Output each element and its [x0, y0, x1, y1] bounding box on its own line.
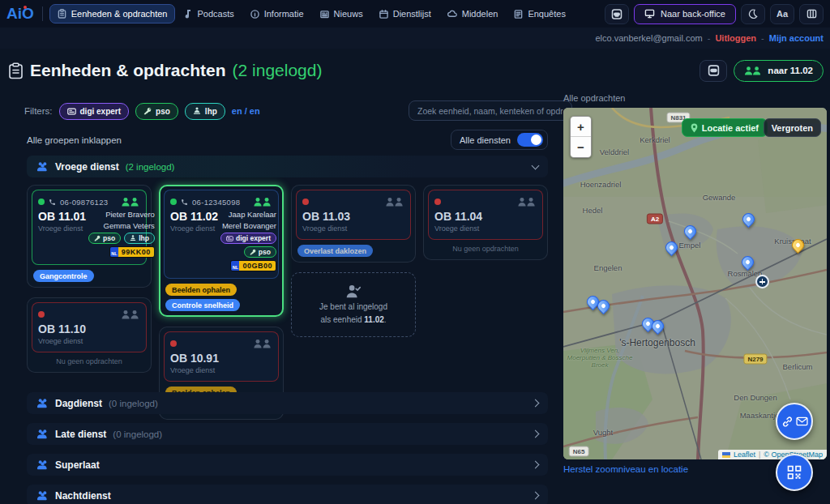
cloud-icon — [447, 10, 457, 18]
search-input[interactable] — [409, 100, 572, 121]
map-attribution: Leaflet | © OpenStreetMap — [718, 450, 827, 459]
qr-code-button[interactable] — [776, 454, 813, 491]
all-services-toggle[interactable] — [517, 133, 543, 147]
layout-columns-button[interactable] — [799, 4, 824, 24]
crew-icon-offline — [121, 310, 140, 320]
chevron-right-icon — [532, 492, 540, 500]
header-actions: naar 11.02 — [700, 60, 824, 82]
clipboard-icon — [8, 62, 24, 79]
nav-label: Informatie — [264, 9, 304, 19]
language-switch[interactable]: en / en — [232, 106, 260, 116]
device-view-button[interactable] — [700, 60, 727, 82]
dark-mode-button[interactable] — [741, 4, 765, 24]
member-name: Gemma Veters — [104, 221, 155, 230]
nav-item-enquetes[interactable]: Enquêtes — [507, 5, 572, 23]
unit-card-ob-11-01[interactable]: 06-09876123 OB 11.01 Vroege dienst Piete… — [27, 185, 152, 288]
status-dot-offline — [302, 199, 309, 205]
already-logged-in-card: Je bent al ingelogd als eenheid 11.02. — [291, 272, 416, 337]
unit-card-ob-11-04[interactable]: OB 11.04 Vroege dienst Nu geen opdrachte… — [423, 185, 548, 260]
calendar-icon — [379, 10, 388, 19]
unit-shift: Vroege dienst — [434, 224, 537, 233]
unit-card-ob-11-10[interactable]: OB 11.10 Vroege dienst Nu geen opdrachte… — [27, 297, 152, 373]
skill-badge-lhp: lhp — [124, 233, 155, 244]
logged-in-count: (2 ingelogd) — [233, 61, 323, 80]
collapse-all-link[interactable]: Alle groepen inklappen — [27, 135, 122, 145]
crew-icon-offline — [517, 197, 537, 207]
location-active-button[interactable]: Locatie actief — [682, 118, 768, 137]
unit-shift: Vroege dienst — [38, 224, 88, 233]
placeholder-line2: als eenheid 11.02. — [320, 314, 386, 325]
task-badge[interactable]: Beelden ophalen — [165, 284, 237, 296]
unit-card-ob-11-03[interactable]: OB 11.03 Vroege dienst Overlast daklozen — [291, 185, 416, 263]
group-nachtdienst[interactable]: Nachtdienst — [27, 485, 548, 504]
nav-item-informatie[interactable]: Informatie — [243, 5, 311, 23]
all-services-toggle-wrap[interactable]: Alle diensten — [451, 130, 548, 150]
nav-label: Dienstlijst — [393, 9, 431, 19]
my-account-link[interactable]: Mijn account — [769, 33, 824, 43]
unit-shift: Vroege dienst — [302, 224, 404, 233]
placeholder-line1: Je bent al ingelogd — [319, 301, 387, 312]
person-check-icon — [344, 284, 362, 299]
options-row: Alle groepen inklappen Alle diensten — [27, 130, 548, 150]
tablet-icon — [611, 9, 622, 19]
chevron-right-icon — [532, 461, 540, 469]
filter-lhp[interactable]: lhp — [185, 103, 225, 120]
columns-icon — [806, 9, 817, 19]
goto-unit-button[interactable]: naar 11.02 — [734, 60, 824, 82]
unit-card-inner: OB 11.04 Vroege dienst — [428, 190, 543, 240]
qr-icon — [787, 465, 802, 480]
moon-icon — [748, 9, 758, 19]
group-superlaat[interactable]: Superlaat — [27, 454, 548, 476]
group-late-dienst[interactable]: Late dienst (0 ingelogd) — [27, 423, 548, 445]
map-cluster-marker[interactable] — [755, 275, 769, 288]
crew-icon-offline — [385, 197, 404, 207]
logout-link[interactable]: Uitloggen — [715, 33, 756, 43]
filter-digi-expert[interactable]: digi expert — [59, 103, 130, 120]
phone-icon — [49, 199, 56, 206]
status-dot-offline — [434, 199, 441, 205]
app-logo[interactable]: AiO — [6, 5, 34, 23]
back-office-button[interactable]: Naar back-office — [634, 4, 736, 24]
card-column: OB 11.04 Vroege dienst Nu geen opdrachte… — [423, 185, 548, 420]
nav-label: Eenheden & opdrachten — [71, 9, 168, 19]
unit-shift: Vroege dienst — [38, 337, 140, 345]
unit-card-ob-11-02-selected[interactable]: 06-12345098 OB 11.02 Vroege dienst Jaap … — [159, 185, 284, 317]
nav-item-eenheden[interactable]: Eenheden & opdrachten — [49, 4, 176, 23]
back-office-label: Naar back-office — [661, 9, 725, 19]
unit-id: OB 11.01 — [38, 210, 88, 223]
group-dagdienst[interactable]: Dagdienst (0 ingelogd) — [27, 392, 548, 414]
license-plate: NL 99KK00 — [109, 246, 155, 258]
task-badge[interactable]: Overlast daklozen — [297, 245, 373, 257]
task-badge[interactable]: Controle snelheid — [165, 299, 240, 311]
group-label: Vroege dienst — [55, 161, 119, 173]
task-badge[interactable]: Gangcontrole — [33, 270, 94, 282]
unit-id: OB 11.10 — [38, 322, 140, 335]
share-link-mail-button[interactable] — [776, 403, 813, 440]
chevron-right-icon — [532, 430, 540, 438]
zoom-out-button[interactable]: − — [571, 137, 591, 157]
enlarge-map-button[interactable]: Vergroten — [764, 118, 821, 137]
info-icon — [250, 10, 259, 19]
filters-row: Filters: digi expert pso lhp en / en — [24, 100, 548, 122]
nav-item-nieuws[interactable]: Nieuws — [313, 5, 370, 23]
reset-zoom-link[interactable]: Herstel zoomniveau en locatie — [563, 464, 688, 474]
nav-item-middelen[interactable]: Middelen — [440, 5, 506, 23]
goto-unit-label: naar 11.02 — [768, 66, 813, 75]
location-active-label: Locatie actief — [702, 123, 759, 133]
status-dot-online — [170, 199, 177, 205]
filter-label: pso — [156, 107, 170, 116]
nav-item-dienstlijst[interactable]: Dienstlijst — [372, 5, 439, 23]
group-vroege-dienst[interactable]: Vroege dienst (2 ingelogd) — [27, 156, 548, 177]
font-size-button[interactable]: Aa — [770, 4, 794, 24]
zoom-in-button[interactable]: + — [571, 117, 591, 137]
unit-card-inner: 06-09876123 OB 11.01 Vroege dienst Piete… — [32, 190, 147, 265]
nav-item-podcasts[interactable]: Podcasts — [177, 5, 241, 23]
leaflet-link[interactable]: Leaflet — [734, 451, 755, 459]
device-inbox-button[interactable] — [605, 4, 629, 24]
group-count: (0 ingelogd) — [113, 429, 162, 439]
unit-card-inner: OB 11.03 Vroege dienst — [296, 190, 411, 240]
map-zoom-control: + − — [570, 116, 592, 158]
group-icon — [36, 161, 49, 172]
filter-pso[interactable]: pso — [135, 103, 178, 120]
logo-accent-dot — [24, 6, 27, 9]
